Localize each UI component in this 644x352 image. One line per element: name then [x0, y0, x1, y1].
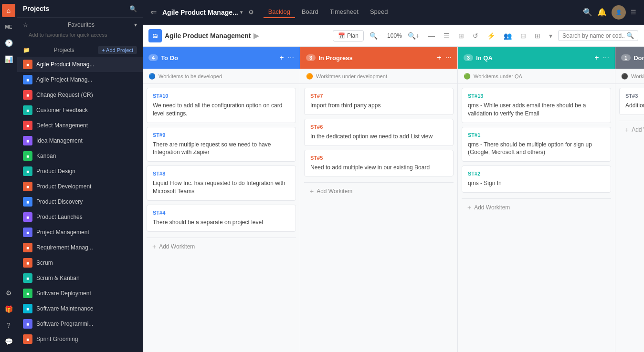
card-st#5[interactable]: ST#5 Need to add multiple view in our ex…: [304, 150, 454, 177]
add-workitem-todo[interactable]: + Add Workitem: [147, 238, 296, 255]
project-icon-product-launches: ■: [23, 212, 32, 222]
sidebar-item-software-maintenance[interactable]: ■ Software Maintenance: [17, 301, 143, 316]
nav-hamburger-icon[interactable]: ☰: [631, 9, 636, 16]
nav-search-icon[interactable]: 🔍: [583, 8, 592, 17]
add-workitem-inqa[interactable]: + Add Workitem: [462, 198, 611, 216]
sidebar-item-software-deployment[interactable]: ■ Software Deployment: [17, 286, 143, 301]
refresh-icon-btn[interactable]: ↺: [470, 30, 481, 41]
sidebar-item-agile-manage[interactable]: ■ Agile Product Manag...: [17, 57, 143, 72]
sidebar-item-product-launches[interactable]: ■ Product Launches: [17, 209, 143, 225]
favourites-header[interactable]: ☆ Favourites ▾: [23, 21, 137, 28]
search-icon[interactable]: 🔍: [626, 32, 634, 39]
list-icon-btn[interactable]: ☰: [441, 30, 453, 41]
sidebar-item-software-programmi[interactable]: ■ Software Programmi...: [17, 316, 143, 331]
me-label[interactable]: ME: [2, 20, 15, 33]
collapse-button[interactable]: —: [425, 30, 438, 41]
group-icon-btn[interactable]: 👥: [501, 30, 515, 41]
project-label-product-development: Product Development: [36, 183, 91, 190]
nav-back-button[interactable]: ⇐: [150, 8, 157, 17]
board-area: 4 To Do + ··· 🔵 Workitems to be develope…: [143, 47, 644, 352]
zoom-in-button[interactable]: 🔍+: [405, 30, 422, 41]
sidebar-item-project-management[interactable]: ■ Project Management: [17, 225, 143, 240]
add-project-button[interactable]: + Add Project: [98, 46, 137, 54]
plan-button[interactable]: 📅 Plan: [333, 30, 364, 41]
column-header-todo: 4 To Do + ···: [143, 47, 300, 69]
card-text-ST#2: qms - Sign In: [468, 179, 605, 187]
card-st#2[interactable]: ST#2 qms - Sign In: [462, 166, 611, 193]
search-input[interactable]: [562, 32, 624, 39]
card-st#9[interactable]: ST#9 There are multiple request so we ne…: [147, 127, 296, 162]
col-title-inprogress: In Progress: [318, 54, 353, 62]
col-header-right-inqa: + ···: [594, 53, 609, 62]
card-st#4[interactable]: ST#4 There should be a separate on proje…: [147, 205, 296, 232]
col-header-left-inqa: 3 In QA: [464, 54, 493, 62]
card-st#1[interactable]: ST#1 qms - There should be multiple opti…: [462, 127, 611, 162]
home-icon[interactable]: ⌂: [2, 4, 15, 17]
chat-icon[interactable]: 💬: [2, 335, 15, 348]
grid-icon-btn[interactable]: ⊞: [455, 30, 467, 41]
filter-icon-btn[interactable]: ⚡: [484, 30, 498, 41]
sidebar-item-requirement[interactable]: ■ Requirement Manag...: [17, 240, 143, 255]
chevron-down-icon-btn[interactable]: ▾: [546, 30, 555, 41]
help-icon[interactable]: ?: [2, 319, 15, 332]
project-icon-customer-feedback: ■: [23, 105, 32, 115]
card-st#13[interactable]: ST#13 qms - While user adds email there …: [462, 88, 611, 123]
settings-icon[interactable]: ⚙: [2, 286, 15, 300]
nav-settings-icon[interactable]: ⚙: [248, 9, 254, 16]
sidebar-item-product-development[interactable]: ■ Product Development: [17, 179, 143, 194]
card-id-ST#13: ST#13: [468, 93, 605, 99]
sidebar-item-customer-feedback[interactable]: ■ Customer Feedback: [17, 103, 143, 118]
sidebar-search-icon[interactable]: 🔍: [129, 5, 137, 12]
toolbar-play-icon[interactable]: ▶: [253, 31, 259, 40]
project-icon-change-request: ■: [23, 90, 32, 100]
tab-backlog[interactable]: Backlog: [264, 6, 295, 18]
col-count-inprogress: 3: [306, 54, 316, 61]
add-workitem-done[interactable]: + Add Workitem: [619, 121, 644, 138]
project-icon-sprint-grooming: ■: [23, 334, 32, 344]
sidebar-item-scrum-kanban[interactable]: ■ Scrum & Kanban: [17, 270, 143, 286]
icon-rail: ⌂ ME 🕐 📊 ⚙ 🎁 ? 💬: [0, 0, 17, 352]
col-count-inqa: 3: [464, 54, 473, 61]
project-icon-product-design: ■: [23, 166, 32, 176]
tab-timesheet[interactable]: Timesheet: [325, 6, 363, 18]
col-menu-btn-inprogress[interactable]: ···: [445, 53, 452, 62]
sidebar-item-change-request[interactable]: ■ Change Request (CR): [17, 87, 143, 103]
sidebar-item-product-discovery[interactable]: ■ Product Discovery: [17, 194, 143, 209]
card-st#10[interactable]: ST#10 We need to add all the configurati…: [147, 88, 296, 123]
sidebar-item-defect-management[interactable]: ■ Defect Management: [17, 118, 143, 133]
tab-speed[interactable]: Speed: [365, 6, 393, 18]
col-menu-btn-todo[interactable]: ···: [288, 53, 294, 62]
card-st#8[interactable]: ST#8 Liquid Flow Inc. has requested to d…: [147, 166, 296, 201]
col-add-btn-inqa[interactable]: +: [594, 53, 599, 62]
add-workitem-label-inprogress: Add Workitem: [317, 188, 352, 195]
add-workitem-inprogress[interactable]: + Add Workitem: [304, 182, 454, 200]
card-st#3[interactable]: ST#3 Additional C...: [619, 88, 644, 115]
clock-icon[interactable]: 🕐: [2, 36, 15, 50]
sidebar-item-kanban[interactable]: ■ Kanban: [17, 148, 143, 164]
sidebar-item-product-design[interactable]: ■ Product Design: [17, 164, 143, 179]
col-add-btn-inprogress[interactable]: +: [437, 53, 441, 62]
col-add-btn-todo[interactable]: +: [279, 53, 284, 62]
card-st#6[interactable]: ST#6 In the dedicated option we need to …: [304, 119, 454, 146]
columns-icon-btn[interactable]: ⊟: [517, 30, 529, 41]
col-menu-btn-inqa[interactable]: ···: [603, 53, 609, 62]
add-workitem-label-inqa: Add Workitem: [474, 204, 510, 211]
sidebar-item-scrum[interactable]: ■ Scrum: [17, 255, 143, 270]
card-text-ST#13: qms - While user adds email there should…: [468, 102, 605, 118]
card-text-ST#4: There should be a separate on project le…: [153, 218, 290, 227]
sidebar-item-sprint-grooming[interactable]: ■ Sprint Grooming: [17, 331, 143, 347]
nav-avatar[interactable]: 👤: [612, 5, 626, 20]
sidebar-item-idea-management[interactable]: ■ Idea Management: [17, 133, 143, 148]
card-text-ST#8: Liquid Flow Inc. has requested to do Int…: [153, 179, 290, 196]
nav-bell-icon[interactable]: 🔔: [597, 8, 607, 17]
tab-board[interactable]: Board: [297, 6, 323, 18]
gift-icon[interactable]: 🎁: [2, 302, 15, 316]
chart-icon[interactable]: 📊: [2, 52, 15, 66]
sidebar-item-agile-project[interactable]: ■ Agile Project Manag...: [17, 72, 143, 87]
project-label-requirement: Requirement Manag...: [36, 244, 93, 251]
layout-icon-btn[interactable]: ⊞: [532, 30, 543, 41]
nav-title-area[interactable]: Agile Product Manage... ▾: [162, 9, 243, 16]
col-desc-inqa: 🟢 Workitems under QA: [458, 69, 615, 84]
zoom-out-button[interactable]: 🔍−: [367, 30, 384, 41]
card-st#7[interactable]: ST#7 Import from third party apps: [304, 88, 454, 115]
